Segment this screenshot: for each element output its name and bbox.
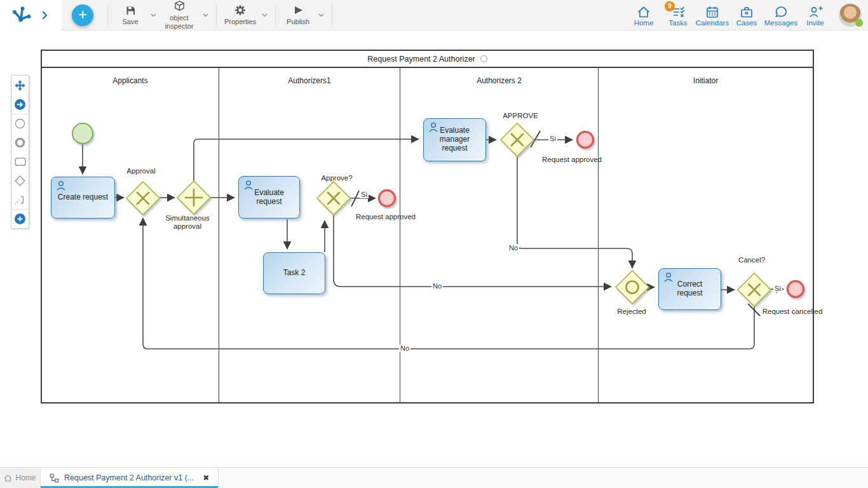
palette-artifact[interactable] (11, 190, 29, 209)
nav-messages[interactable]: Messages (764, 4, 798, 27)
label-cancel-question: Cancel? (738, 256, 765, 264)
toolbar-divider (275, 4, 276, 27)
diagram-canvas[interactable]: Request Payment 2 Authorizer Applicants … (0, 30, 868, 467)
home-tab-icon (4, 474, 12, 482)
flow-label-si: Si (773, 285, 782, 292)
tasks-icon: 9 (671, 4, 685, 19)
palette-start-event[interactable] (11, 114, 29, 133)
palette-end-event[interactable] (11, 133, 29, 152)
object-inspector-dropdown-chevron[interactable] (200, 13, 211, 17)
label-approve-caps: APPROVE (503, 112, 538, 119)
nav-invite[interactable]: Invite (798, 4, 832, 27)
expand-sidebar-icon[interactable] (42, 11, 48, 20)
publish-dropdown-chevron[interactable] (315, 13, 327, 17)
flow-label-no: No (399, 344, 410, 352)
toolbar: + Save object inspector Properties (62, 0, 868, 30)
flow-label-si: Si (360, 191, 369, 198)
shape-palette (11, 75, 29, 229)
user-task-icon (663, 272, 674, 282)
palette-connect-tool[interactable] (11, 95, 29, 114)
tasks-badge: 9 (665, 1, 675, 11)
task-evaluate-manager-request[interactable]: Evaluate manager request (423, 118, 486, 161)
lane-authorizers1[interactable]: Authorizers1 (219, 68, 400, 402)
save-button[interactable]: Save (113, 0, 147, 30)
publish-play-icon (294, 4, 303, 17)
pool-title-row[interactable]: Request Payment 2 Authorizer (42, 51, 813, 68)
calendars-icon (705, 4, 719, 19)
flow-label-no: No (508, 244, 519, 252)
flow-label-si: Si (548, 135, 557, 142)
label-approval: Approval (126, 167, 155, 175)
nav-calendars[interactable]: Calendars (695, 4, 729, 27)
pool-title[interactable]: Request Payment 2 Authorizer (367, 55, 475, 64)
task-create-request[interactable]: Create request (51, 177, 115, 219)
process-tab-icon (50, 473, 59, 483)
invite-icon (808, 4, 823, 19)
properties-button[interactable]: Properties (222, 0, 259, 30)
home-icon (637, 4, 651, 19)
object-inspector-icon (173, 0, 186, 13)
document-tab-bar: Home Request Payment 2 Authorizer v1 (..… (0, 467, 868, 488)
new-element-button[interactable]: + (72, 4, 93, 26)
task-evaluate-request[interactable]: Evaluate request (238, 176, 300, 219)
global-nav: Home 9 Tasks Calendars Cases (627, 4, 868, 27)
tab-home[interactable]: Home (0, 468, 41, 488)
label-request-approved: Request approved (542, 156, 602, 163)
messages-icon (774, 4, 789, 19)
user-task-icon (243, 180, 254, 190)
user-task-icon (56, 180, 66, 191)
lane-applicants[interactable]: Applicants (42, 68, 219, 402)
close-tab-icon[interactable]: ✖ (203, 473, 209, 482)
toolbar-divider (216, 4, 217, 27)
label-request-cancelled: Request cancelled (763, 308, 823, 315)
nav-home[interactable]: Home (627, 4, 661, 27)
label-rejected: Rejected (617, 308, 646, 315)
label-simultaneous-approval: Simultaneous approval (157, 214, 218, 231)
flow-label-no: No (431, 282, 443, 290)
nav-cases[interactable]: Cases (729, 4, 764, 27)
brand-area (0, 0, 62, 30)
tab-document[interactable]: Request Payment 2 Authorizer v1 (... ✖ (41, 468, 219, 488)
palette-move-tool[interactable] (11, 76, 29, 95)
palette-task[interactable] (11, 152, 29, 171)
task-task2[interactable]: Task 2 (263, 252, 325, 294)
online-status-dot (855, 19, 863, 27)
toolbar-divider (332, 4, 332, 27)
pool-status-indicator (480, 55, 487, 62)
properties-gear-icon (234, 4, 246, 17)
label-request-approved: Request approved (356, 213, 416, 220)
task-correct-request[interactable]: Correct request (658, 268, 721, 310)
top-toolbar: + Save object inspector Properties (0, 0, 868, 30)
user-task-icon (428, 122, 438, 132)
label-approve-question: Approve? (321, 174, 352, 182)
palette-add-element[interactable] (11, 209, 29, 228)
save-dropdown-chevron[interactable] (147, 13, 159, 17)
cases-icon (740, 4, 754, 19)
lane-initiator[interactable]: Initiator (599, 68, 813, 402)
toolbar-divider (107, 4, 108, 27)
save-icon (125, 4, 136, 17)
publish-button[interactable]: Publish (281, 0, 315, 30)
properties-dropdown-chevron[interactable] (259, 13, 270, 17)
user-avatar[interactable] (839, 4, 862, 27)
app-logo-icon[interactable] (10, 5, 33, 25)
object-inspector-button[interactable]: object inspector (159, 0, 200, 30)
palette-gateway[interactable] (11, 171, 29, 190)
nav-tasks[interactable]: 9 Tasks (661, 4, 695, 27)
